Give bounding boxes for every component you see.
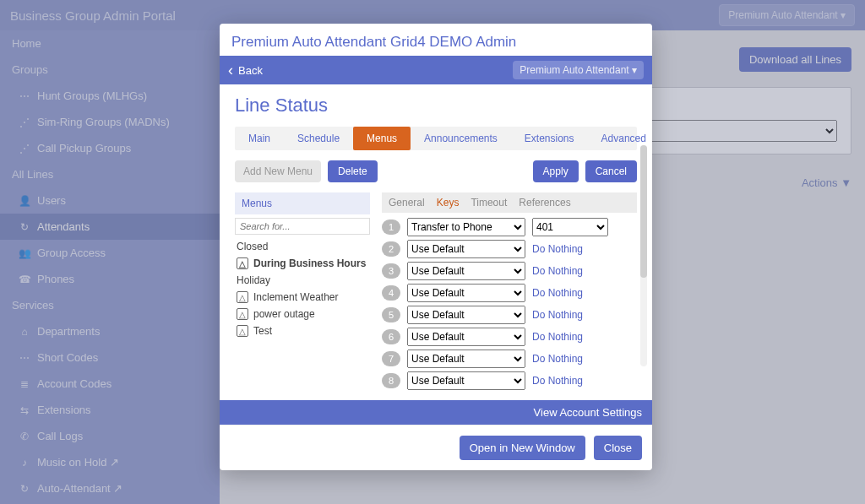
back-label: Back	[238, 64, 263, 77]
attendant-modal: Premium Auto Attendant Grid4 DEMO Admin …	[220, 24, 652, 470]
warning-icon: △	[237, 257, 248, 269]
close-button[interactable]: Close	[594, 436, 642, 460]
key-link[interactable]: Do Nothing	[532, 309, 583, 321]
subtab-references[interactable]: References	[519, 197, 570, 209]
delete-button[interactable]: Delete	[328, 160, 378, 182]
menu-item[interactable]: △Test	[235, 322, 370, 339]
menu-item[interactable]: Holiday	[235, 272, 370, 289]
key-action-select[interactable]: Use Default	[407, 284, 525, 302]
key-number: 8	[382, 373, 400, 388]
menu-item-label: Inclement Weather	[253, 291, 339, 303]
key-number: 2	[382, 241, 400, 257]
keys-table: 1Transfer to Phone4012Use DefaultDo Noth…	[382, 218, 637, 390]
key-link[interactable]: Do Nothing	[532, 375, 583, 387]
tab-main[interactable]: Main	[235, 127, 284, 150]
modal-toolbar: Back Premium Auto Attendant ▾	[220, 56, 652, 84]
sub-tabs: GeneralKeysTimeoutReferences	[382, 192, 637, 213]
key-action-select[interactable]: Use Default	[407, 240, 525, 258]
key-action-select[interactable]: Use Default	[407, 371, 525, 390]
key-row: 7Use DefaultDo Nothing	[382, 350, 637, 368]
key-link[interactable]: Do Nothing	[532, 287, 583, 299]
key-action-select[interactable]: Use Default	[407, 262, 525, 280]
key-row: 8Use DefaultDo Nothing	[382, 371, 637, 390]
view-account-settings-link[interactable]: View Account Settings	[220, 400, 652, 425]
key-number: 5	[382, 307, 400, 322]
key-row: 3Use DefaultDo Nothing	[382, 262, 637, 280]
tab-extensions[interactable]: Extensions	[511, 127, 588, 150]
key-action-select[interactable]: Use Default	[407, 306, 525, 324]
menu-list: Closed△During Business HoursHoliday△Incl…	[235, 238, 370, 339]
cancel-button[interactable]: Cancel	[585, 160, 637, 182]
key-row: 4Use DefaultDo Nothing	[382, 284, 637, 302]
tabs: MainScheduleMenusAnnouncementsExtensions…	[235, 127, 637, 150]
open-new-window-button[interactable]: Open in New Window	[460, 436, 585, 460]
modal-title: Premium Auto Attendant Grid4 DEMO Admin	[220, 24, 652, 52]
key-action-select[interactable]: Use Default	[407, 328, 525, 346]
key-row: 6Use DefaultDo Nothing	[382, 328, 637, 346]
keys-column: GeneralKeysTimeoutReferences 1Transfer t…	[382, 192, 637, 393]
back-button[interactable]: Back	[228, 62, 263, 79]
menus-column: Menus Closed△During Business HoursHolida…	[235, 192, 370, 393]
menu-item-label: Holiday	[237, 274, 270, 286]
key-link[interactable]: Do Nothing	[532, 265, 583, 277]
key-number: 7	[382, 351, 400, 366]
key-link[interactable]: Do Nothing	[532, 353, 583, 365]
menu-item[interactable]: △Inclement Weather	[235, 289, 370, 306]
warning-icon: △	[237, 325, 248, 337]
key-action-select[interactable]: Use Default	[407, 350, 525, 368]
key-link[interactable]: Do Nothing	[532, 331, 583, 343]
warning-icon: △	[237, 308, 248, 320]
key-number: 6	[382, 329, 400, 344]
page-title: Line Status	[235, 95, 637, 117]
menu-item[interactable]: △During Business Hours	[235, 255, 370, 272]
menus-header: Menus	[235, 192, 370, 214]
key-value-select[interactable]: 401	[532, 218, 608, 236]
tab-schedule[interactable]: Schedule	[284, 127, 353, 150]
menu-search-input[interactable]	[235, 218, 370, 235]
menu-item-label: power outage	[253, 308, 315, 320]
modal-body: Line Status MainScheduleMenusAnnouncemen…	[220, 84, 652, 400]
subtab-keys[interactable]: Keys	[437, 197, 460, 209]
subtab-general[interactable]: General	[389, 197, 425, 209]
key-number: 1	[382, 219, 400, 235]
modal-attendant-dropdown[interactable]: Premium Auto Attendant ▾	[513, 61, 644, 79]
key-row: 2Use DefaultDo Nothing	[382, 240, 637, 258]
menu-item[interactable]: Closed	[235, 238, 370, 255]
key-row: 5Use DefaultDo Nothing	[382, 306, 637, 324]
key-link[interactable]: Do Nothing	[532, 243, 583, 255]
key-action-select[interactable]: Transfer to Phone	[407, 218, 525, 236]
menu-item-label: During Business Hours	[253, 257, 366, 269]
key-row: 1Transfer to Phone401	[382, 218, 637, 236]
tab-advanced[interactable]: Advanced	[588, 127, 660, 150]
key-number: 4	[382, 285, 400, 301]
menu-item[interactable]: △power outage	[235, 306, 370, 322]
scrollbar[interactable]	[640, 145, 647, 366]
chevron-left-icon	[228, 62, 233, 79]
subtab-timeout[interactable]: Timeout	[471, 197, 507, 209]
tab-announcements[interactable]: Announcements	[411, 127, 511, 150]
add-new-menu-button[interactable]: Add New Menu	[235, 160, 321, 182]
key-number: 3	[382, 263, 400, 279]
menu-item-label: Closed	[237, 241, 268, 252]
tab-menus[interactable]: Menus	[353, 127, 411, 150]
menu-item-label: Test	[253, 325, 272, 337]
apply-button[interactable]: Apply	[533, 160, 579, 182]
warning-icon: △	[237, 291, 248, 303]
